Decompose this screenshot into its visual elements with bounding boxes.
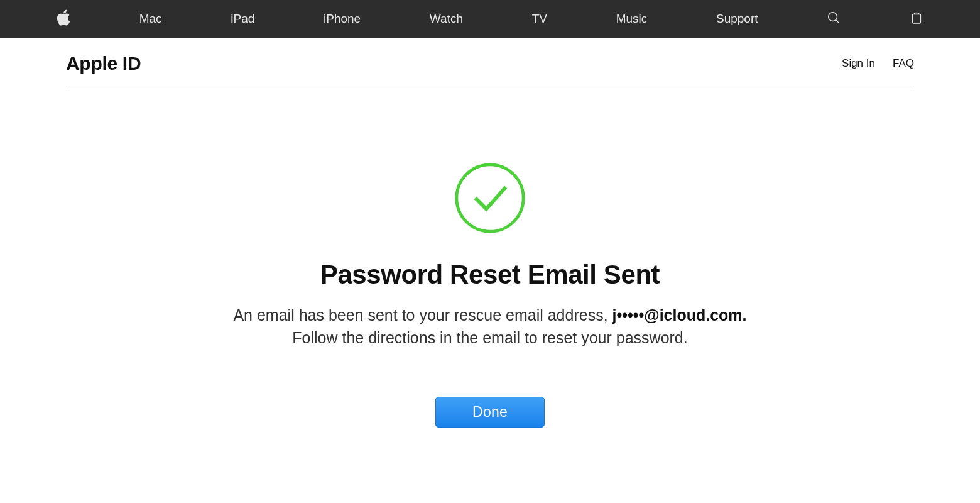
nav-item-iphone[interactable]: iPhone	[324, 12, 361, 26]
apple-logo-icon[interactable]	[57, 9, 70, 29]
local-nav-links: Sign In FAQ	[842, 57, 914, 70]
svg-line-1	[836, 19, 839, 23]
nav-item-watch[interactable]: Watch	[430, 12, 463, 26]
nav-item-tv[interactable]: TV	[532, 12, 547, 26]
global-nav: Mac iPad iPhone Watch TV Music Support	[0, 0, 980, 38]
main-content: Password Reset Email Sent An email has b…	[0, 86, 980, 428]
svg-point-3	[457, 165, 523, 231]
description-prefix: An email has been sent to your rescue em…	[233, 306, 612, 324]
global-nav-list: Mac iPad iPhone Watch TV Music Support	[57, 9, 923, 29]
shopping-bag-icon[interactable]	[910, 11, 923, 28]
nav-item-mac[interactable]: Mac	[139, 12, 162, 26]
sign-in-link[interactable]: Sign In	[842, 57, 875, 70]
page-title: Apple ID	[66, 53, 141, 74]
masked-email: j•••••@icloud.com.	[612, 306, 747, 324]
confirmation-description: An email has been sent to your rescue em…	[217, 304, 763, 350]
success-checkmark-icon	[454, 162, 526, 235]
faq-link[interactable]: FAQ	[893, 57, 914, 70]
search-icon[interactable]	[827, 11, 841, 28]
local-nav: Apple ID Sign In FAQ	[66, 38, 914, 86]
svg-rect-2	[912, 14, 920, 23]
nav-item-music[interactable]: Music	[616, 12, 648, 26]
confirmation-heading: Password Reset Email Sent	[320, 260, 660, 290]
svg-point-0	[829, 12, 837, 21]
done-button[interactable]: Done	[435, 397, 545, 428]
nav-item-support[interactable]: Support	[716, 12, 758, 26]
nav-item-ipad[interactable]: iPad	[231, 12, 254, 26]
description-suffix: Follow the directions in the email to re…	[292, 329, 687, 346]
